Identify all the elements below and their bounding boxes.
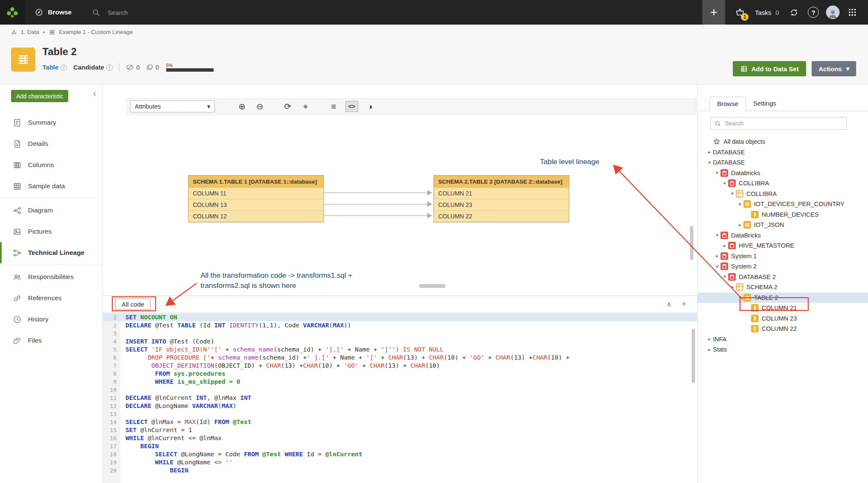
asset-type-label[interactable]: Tablei: [42, 64, 67, 71]
chevron-right-icon[interactable]: ▸: [737, 222, 743, 228]
asset-status-label[interactable]: Candidatei: [73, 64, 113, 71]
tree-item-infa[interactable]: ▸INFA: [698, 334, 868, 345]
sidebar-item-responsibilities[interactable]: Responsibilities: [0, 266, 102, 288]
vertical-scrollbar-thumb[interactable]: [690, 226, 693, 260]
add-characteristic-button[interactable]: Add characteristic: [11, 90, 68, 102]
code-scrollbar-thumb[interactable]: [692, 329, 695, 383]
horizontal-scrollbar-thumb[interactable]: [419, 284, 445, 288]
chevron-down-icon[interactable]: ▾: [706, 160, 713, 165]
actions-button[interactable]: Actions ▾: [812, 61, 856, 76]
user-menu-button[interactable]: [823, 0, 843, 25]
data-basket-button[interactable]: 1: [730, 0, 750, 25]
tree-item-databricks[interactable]: ▾Databricks: [698, 168, 868, 179]
collibra-logo[interactable]: [0, 0, 25, 25]
chevron-right-icon[interactable]: ▸: [706, 336, 713, 342]
sidebar-item-sample-data[interactable]: Sample data: [0, 176, 102, 197]
sidebar-item-references[interactable]: References: [0, 288, 102, 309]
tree-item-iot-devices-per-country[interactable]: ▾IOT_DEVICES_PER_COUNTRY: [698, 199, 868, 209]
tree-item-schema-2[interactable]: ▾SCHEMA 2: [698, 282, 868, 293]
sidebar-item-diagram[interactable]: Diagram: [0, 200, 102, 221]
tree-item-column-23[interactable]: COLUMN 23: [698, 313, 868, 324]
tree-item-database[interactable]: ▾DATABASE: [698, 157, 868, 168]
tree-item-column-21[interactable]: COLUMN 21: [698, 303, 868, 313]
chevron-down-icon[interactable]: ▾: [729, 285, 736, 290]
tree-item-collibra[interactable]: ▾COLLIBRA: [698, 189, 868, 199]
chevron-down-icon[interactable]: ▾: [737, 295, 743, 300]
lineage-node-column-column-22[interactable]: COLUMN 22: [434, 210, 569, 222]
lineage-node-column-column-13[interactable]: COLUMN 13: [189, 199, 323, 210]
tree-item-databricks[interactable]: ▾DataBricks: [698, 230, 868, 241]
tree-item-system-2[interactable]: ▾System 2: [698, 261, 868, 272]
add-to-dataset-button[interactable]: Add to Data Set: [733, 61, 807, 76]
chevron-right-icon[interactable]: ▸: [721, 243, 728, 248]
breadcrumb-item-domain[interactable]: Example 1 - Custom Lineage: [59, 29, 133, 35]
help-button[interactable]: ?: [804, 0, 823, 25]
chevron-down-icon[interactable]: ▾: [721, 274, 728, 279]
chevron-down-icon[interactable]: ▾: [714, 264, 721, 269]
tree-item-table-2[interactable]: ▾TABLE 2: [698, 293, 868, 303]
certificates-count[interactable]: 0: [126, 64, 140, 71]
tab-settings[interactable]: Settings: [746, 97, 783, 111]
chevron-down-icon[interactable]: ▾: [721, 181, 728, 186]
global-search[interactable]: [83, 8, 702, 17]
lineage-node-column-column-11[interactable]: COLUMN 11: [189, 187, 323, 199]
sidebar-item-technical-lineage[interactable]: Technical Lineage: [0, 242, 102, 263]
info-icon[interactable]: i: [61, 64, 67, 71]
lineage-node-column-column-21[interactable]: COLUMN 21: [434, 187, 569, 199]
related-count[interactable]: 0: [146, 64, 159, 71]
tree-item-database[interactable]: ▸DATABASE: [698, 147, 868, 158]
chevron-right-icon[interactable]: ▸: [714, 253, 721, 259]
line-number: 3: [103, 329, 120, 338]
tree-item-system-1[interactable]: ▸System 1: [698, 251, 868, 262]
tree-item-iot-json[interactable]: ▸IOT_JSON: [698, 220, 868, 230]
chevron-right-icon[interactable]: ▸: [706, 149, 713, 155]
tasks-button[interactable]: Tasks 0: [755, 9, 779, 16]
sidebar-item-summary[interactable]: Summary: [0, 112, 102, 133]
collapse-panel-icon[interactable]: ∧: [667, 300, 672, 309]
lineage-node-target[interactable]: SCHEMA 2.TABLE 2 [DATABASE 2::database]C…: [434, 175, 569, 222]
chevron-down-icon[interactable]: ▾: [714, 170, 721, 176]
tree-item-column-22[interactable]: COLUMN 22: [698, 324, 868, 334]
zoom-out-button[interactable]: ⊖: [252, 100, 267, 113]
code-view-button[interactable]: <>: [345, 101, 358, 112]
tree-search-box[interactable]: [710, 117, 847, 130]
list-view-button[interactable]: ≡: [326, 100, 341, 113]
activities-button[interactable]: [784, 0, 804, 25]
sidebar-item-columns[interactable]: Columns: [0, 154, 102, 176]
lineage-node-column-column-23[interactable]: COLUMN 23: [434, 199, 569, 210]
tree-item-stats[interactable]: ▸Stats: [698, 344, 868, 355]
tree-item-collibra[interactable]: ▾COLLIBRA: [698, 178, 868, 189]
tree-item-number-devices[interactable]: NUMBER_DEVICES: [698, 209, 868, 220]
sidebar-item-files[interactable]: Files: [0, 330, 102, 351]
sidebar-collapse-button[interactable]: ‹: [93, 89, 96, 98]
tree-search-input[interactable]: [724, 120, 843, 127]
chevron-down-icon[interactable]: ▾: [729, 191, 736, 196]
tree-item-database-2[interactable]: ▾DATABASE 2: [698, 272, 868, 282]
breadcrumb-item-data[interactable]: 1. Data: [21, 29, 39, 35]
sidebar-item-details[interactable]: Details: [0, 133, 102, 154]
chevron-right-icon[interactable]: ▸: [706, 347, 713, 352]
browse-nav-button[interactable]: Browse: [25, 0, 83, 25]
apps-grid-button[interactable]: [843, 0, 862, 25]
fit-to-view-button[interactable]: ⌖: [298, 100, 313, 113]
refresh-button[interactable]: ⟳: [280, 100, 295, 113]
tree-item-hive-metastore[interactable]: ▸HIVE_METASTORE: [698, 240, 868, 251]
code-editor[interactable]: 1SET NOCOUNT ON2DECLARE @Test TABLE (Id …: [103, 313, 697, 483]
contrast-button[interactable]: ◑: [362, 100, 378, 113]
chevron-down-icon[interactable]: ▾: [714, 232, 721, 238]
lineage-node-column-column-12[interactable]: COLUMN 12: [189, 210, 323, 222]
tab-browse[interactable]: Browse: [709, 97, 746, 111]
info-icon[interactable]: i: [106, 64, 113, 71]
sidebar-item-history[interactable]: History: [0, 309, 102, 330]
attributes-dropdown[interactable]: Attributes ▾: [130, 101, 215, 112]
tree-item-all-data-objects[interactable]: All data objects: [698, 137, 868, 147]
search-input[interactable]: [107, 8, 285, 17]
close-panel-icon[interactable]: ×: [682, 300, 686, 309]
zoom-in-button[interactable]: ⊕: [234, 100, 250, 113]
chevron-down-icon[interactable]: ▾: [737, 201, 743, 207]
create-asset-button[interactable]: +: [702, 0, 725, 25]
sidebar-item-pictures[interactable]: Pictures: [0, 221, 102, 242]
all-code-tab[interactable]: All code: [115, 299, 150, 310]
lineage-node-source[interactable]: SCHEMA 1.TABLE 1 [DATABASE 1::database]C…: [188, 175, 324, 222]
sidebar-item-label: Responsibilities: [28, 273, 74, 281]
